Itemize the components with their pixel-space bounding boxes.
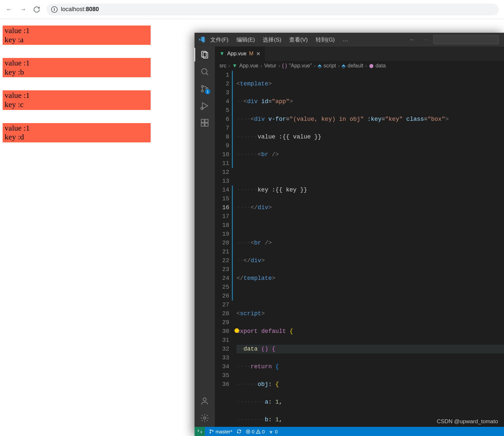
nav-back-icon[interactable]: ← [407,36,417,44]
tab-label: App.vue [227,51,247,57]
watermark-text: CSDN @upward_tomato [437,418,498,425]
menu-edit[interactable]: 编辑(E) [233,35,258,45]
svg-line-3 [206,73,208,75]
svg-rect-9 [201,119,204,122]
back-button[interactable]: ← [5,6,13,13]
sync-button[interactable] [236,429,242,434]
breadcrumb-item[interactable]: Vetur [264,63,276,69]
breadcrumb[interactable]: src › ▼ App.vue › Vetur › { } "App.vue" … [215,61,504,71]
svg-point-4 [201,85,203,87]
scm-badge: 1 [205,89,210,94]
output-box: value :1 key :c [3,90,151,110]
forward-button[interactable]: → [19,6,27,13]
code-content[interactable]: <template> ··<div id="app"> ····<div v-f… [233,71,504,427]
svg-point-13 [203,398,206,401]
explorer-icon[interactable] [200,50,210,60]
rendered-page: value :1 key :a value :1 key :b value :1… [0,19,196,155]
svg-rect-12 [205,123,208,126]
nav-forward-icon[interactable]: → [420,36,430,44]
lightbulb-icon[interactable] [234,328,239,333]
breadcrumb-item[interactable]: App.vue [239,63,259,69]
output-box: value :1 key :b [3,58,151,77]
svg-point-5 [201,90,203,92]
search-icon[interactable] [200,67,210,77]
breadcrumb-item[interactable]: script [324,63,336,69]
svg-point-15 [210,430,211,431]
output-box: value :1 key :d [3,123,151,142]
svg-point-16 [210,432,211,433]
svg-point-17 [213,430,214,431]
menu-selection[interactable]: 选择(S) [259,35,285,45]
activity-bar: 1 [195,46,215,427]
breadcrumb-item[interactable]: src [219,63,226,69]
svg-point-23 [271,432,272,433]
svg-rect-10 [205,119,208,122]
code-editor[interactable]: 1234 5678 9101112 13141516 17181920 2122… [215,71,504,427]
info-icon: i [51,6,58,13]
vscode-window: 文件(F) 编辑(E) 选择(S) 查看(V) 转到(G) … ← → 1 [195,33,504,436]
run-debug-icon[interactable] [200,101,210,111]
command-search-input[interactable] [433,35,499,44]
breadcrumb-item[interactable]: "App.vue" [289,63,312,69]
vue-file-icon: ▼ [219,51,225,57]
port-indicator[interactable]: 0 [269,429,277,434]
menu-more[interactable]: … [339,35,351,44]
problems-indicator[interactable]: 0 0 [246,429,265,434]
url-host: localhost:8080 [61,6,99,13]
browser-toolbar: ← → i localhost:8080 [0,0,504,19]
settings-icon[interactable] [200,413,210,423]
menu-view[interactable]: 查看(V) [286,35,311,45]
svg-point-22 [258,432,258,433]
breadcrumb-item[interactable]: default [347,63,363,69]
vue-file-icon: ▼ [232,63,237,69]
extensions-icon[interactable] [200,118,210,128]
git-branch[interactable]: master* [209,429,233,434]
menu-file[interactable]: 文件(F) [207,35,232,45]
address-bar[interactable]: i localhost:8080 [47,4,499,15]
source-control-icon[interactable]: 1 [200,84,210,94]
svg-point-2 [202,69,207,74]
title-bar: 文件(F) 编辑(E) 选择(S) 查看(V) 转到(G) … ← → [195,33,504,46]
output-box: value :1 key :a [3,26,151,45]
breadcrumb-item[interactable]: data [376,63,386,69]
editor-tabs: ▼ App.vue M ✕ [215,46,504,61]
status-bar: master* 0 0 0 [195,427,504,436]
tab-app-vue[interactable]: ▼ App.vue M ✕ [215,46,265,61]
menu-go[interactable]: 转到(G) [312,35,338,45]
reload-button[interactable] [33,6,41,13]
svg-rect-11 [201,123,204,126]
svg-point-14 [204,417,206,419]
account-icon[interactable] [200,396,210,406]
remote-indicator[interactable] [195,427,205,436]
modified-indicator: M [249,51,253,57]
line-numbers: 1234 5678 9101112 13141516 17181920 2122… [215,71,231,427]
vscode-logo-icon [198,36,206,44]
close-icon[interactable]: ✕ [256,51,260,57]
